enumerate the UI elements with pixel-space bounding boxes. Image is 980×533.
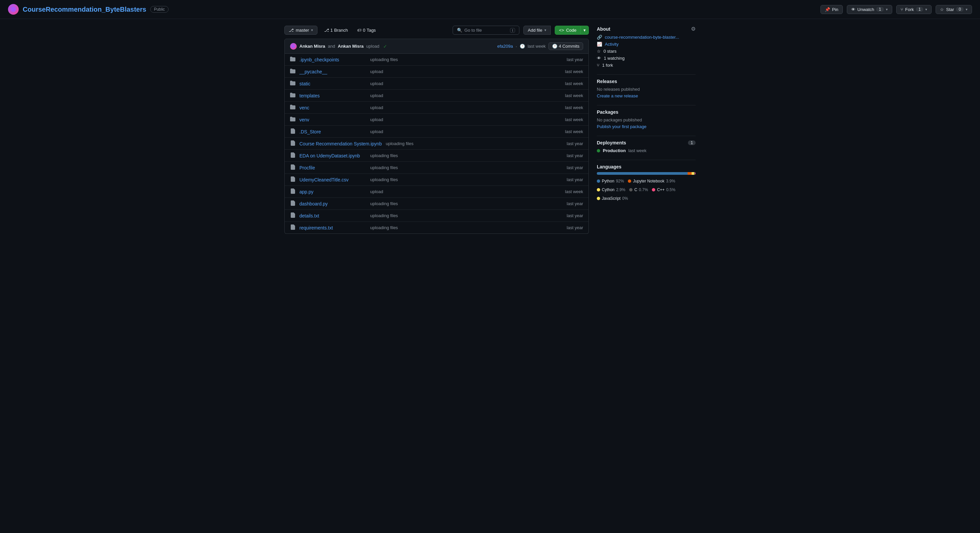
top-bar: CourseRecommendation_ByteBlasters Public… <box>0 0 980 19</box>
table-row[interactable]: staticuploadlast week <box>285 78 589 90</box>
commit-author1[interactable]: Ankan Misra <box>299 44 325 49</box>
file-name[interactable]: UdemyCleanedTitle.csv <box>299 177 366 182</box>
file-commit-message: upload <box>370 69 561 74</box>
commit-author2[interactable]: Ankan Misra <box>338 44 363 49</box>
fork-icon: ⑂ <box>900 7 903 12</box>
file-icon <box>290 165 295 171</box>
table-row[interactable]: app.pyuploadlast week <box>285 186 589 198</box>
file-name[interactable]: Procfile <box>299 165 366 170</box>
lang-dot <box>597 179 600 183</box>
publish-package-link[interactable]: Publish your first package <box>597 124 646 129</box>
code-dropdown-button[interactable]: ▾ <box>581 26 589 35</box>
file-name[interactable]: templates <box>299 93 366 98</box>
lang-item-c[interactable]: C0.7% <box>629 187 648 192</box>
file-name[interactable]: __pycache__ <box>299 69 366 75</box>
file-name[interactable]: requirements.txt <box>299 225 366 230</box>
production-deployment[interactable]: Production last week <box>597 148 695 153</box>
visibility-badge: Public <box>150 6 169 13</box>
table-row[interactable]: EDA on UdemyDataset.ipynbuploading files… <box>285 150 589 162</box>
repo-url-link[interactable]: 🔗 course-recommendation-byte-blaster... <box>597 35 695 40</box>
file-name[interactable]: static <box>299 81 366 86</box>
table-row[interactable]: details.txtuploading fileslast year <box>285 210 589 222</box>
file-name[interactable]: details.txt <box>299 213 366 219</box>
divider-2 <box>597 105 695 105</box>
clock-icon: 🕐 <box>520 44 525 49</box>
table-row[interactable]: Procfileuploading fileslast year <box>285 162 589 174</box>
file-name[interactable]: app.py <box>299 189 366 194</box>
link-icon: 🔗 <box>597 35 602 40</box>
lang-item-jupyter-notebook[interactable]: Jupyter Notebook3.9% <box>628 179 675 184</box>
file-name[interactable]: .DS_Store <box>299 129 366 135</box>
file-name[interactable]: Course Recommendation System.ipynb <box>299 141 382 146</box>
file-commit-message: uploading files <box>370 57 563 62</box>
file-time: last week <box>565 129 583 134</box>
file-time: last year <box>567 57 583 62</box>
eye-icon: 👁 <box>851 7 856 12</box>
stars-count: 0 stars <box>603 49 617 54</box>
branch-selector[interactable]: ⎇ master ▾ <box>285 26 317 35</box>
lang-item-c++[interactable]: C++0.5% <box>652 187 675 192</box>
tags-count-link[interactable]: 🏷 0 Tags <box>355 26 379 34</box>
table-row[interactable]: .ipynb_checkpointsuploading fileslast ye… <box>285 54 589 66</box>
goto-file-button[interactable]: 🔍 Go to file t <box>453 26 519 35</box>
create-release-link[interactable]: Create a new release <box>597 94 638 98</box>
commit-avatar <box>290 43 297 50</box>
table-row[interactable]: Course Recommendation System.ipynbupload… <box>285 138 589 150</box>
star-button[interactable]: ☆ Star 0 ▾ <box>935 5 972 14</box>
commit-hash[interactable]: efa209a <box>497 44 513 49</box>
file-time: last year <box>567 213 583 218</box>
code-button[interactable]: <> Code <box>555 26 581 35</box>
file-name[interactable]: dashboard.py <box>299 201 366 206</box>
table-row[interactable]: vencuploadlast week <box>285 102 589 114</box>
releases-header: Releases <box>597 79 695 84</box>
table-row[interactable]: templatesuploadlast week <box>285 90 589 102</box>
folder-icon <box>290 68 295 75</box>
commits-history-icon: 🕐 <box>552 44 557 49</box>
lang-item-cython[interactable]: Cython2.9% <box>597 187 625 192</box>
table-row[interactable]: .DS_Storeuploadlast week <box>285 126 589 138</box>
file-name[interactable]: venc <box>299 105 366 110</box>
table-row[interactable]: requirements.txtuploading fileslast year <box>285 222 589 233</box>
table-row[interactable]: venvuploadlast week <box>285 114 589 126</box>
pin-button[interactable]: 📌 Pin <box>821 5 843 14</box>
file-name[interactable]: .ipynb_checkpoints <box>299 57 366 62</box>
file-name[interactable]: venv <box>299 117 366 122</box>
lang-pct: 92% <box>616 179 624 184</box>
lang-name: Cython <box>602 187 614 192</box>
unwatch-button[interactable]: 👁 Unwatch 1 ▾ <box>847 5 892 14</box>
unwatch-dropdown-icon[interactable]: ▾ <box>886 7 888 12</box>
fork-dropdown-icon[interactable]: ▾ <box>925 7 927 12</box>
activity-link[interactable]: 📈 Activity <box>597 42 695 47</box>
git-branch-icon: ⎇ <box>289 28 294 33</box>
about-title: About <box>597 26 610 32</box>
repo-name[interactable]: CourseRecommendation_ByteBlasters <box>23 6 146 13</box>
packages-section: Packages No packages published Publish y… <box>597 109 695 129</box>
file-time: last week <box>565 81 583 86</box>
pin-icon: 📌 <box>825 7 830 12</box>
lang-pct: 0.5% <box>666 187 675 192</box>
star-dropdown-icon[interactable]: ▾ <box>966 7 968 12</box>
commits-count-button[interactable]: 🕐 4 Commits <box>549 42 583 50</box>
lang-item-python[interactable]: Python92% <box>597 179 624 184</box>
lang-dot <box>597 197 600 200</box>
lang-item-javascript[interactable]: JavaScript0% <box>597 196 628 201</box>
table-row[interactable]: __pycache__uploadlast week <box>285 66 589 78</box>
deployments-title: Deployments <box>597 140 626 146</box>
table-row[interactable]: dashboard.pyuploading fileslast year <box>285 198 589 210</box>
star-count: 0 <box>956 7 964 12</box>
branch-count-link[interactable]: ⎇ 1 Branch <box>321 26 350 34</box>
lang-dot <box>597 188 600 192</box>
deploy-active-icon <box>597 149 600 152</box>
search-icon: 🔍 <box>457 28 462 33</box>
settings-gear-icon[interactable]: ⚙ <box>691 26 695 32</box>
file-name[interactable]: EDA on UdemyDataset.ipynb <box>299 153 366 159</box>
commit-and-text: and <box>328 44 335 49</box>
file-icon <box>290 152 295 159</box>
table-row[interactable]: UdemyCleanedTitle.csvuploading fileslast… <box>285 174 589 186</box>
file-icon <box>290 200 295 207</box>
lang-pct: 0% <box>622 196 628 201</box>
fork-button[interactable]: ⑂ Fork 1 ▾ <box>896 5 932 14</box>
activity-icon: 📈 <box>597 42 602 47</box>
add-file-button[interactable]: Add file ▾ <box>523 26 550 35</box>
deploy-env-name: Production <box>603 148 626 153</box>
